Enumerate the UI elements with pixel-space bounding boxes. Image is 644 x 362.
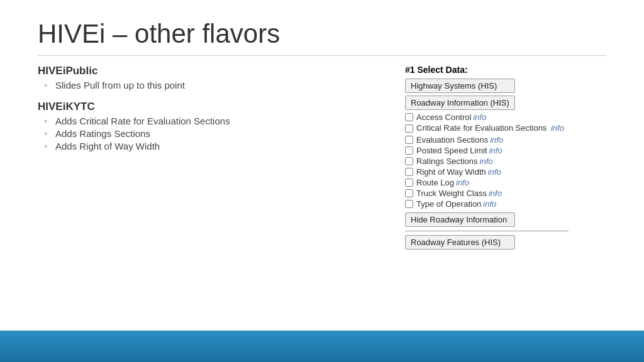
checkbox-group: Access Control info Critical Rate for Ev… xyxy=(405,112,606,209)
checkbox-label: Ratings Sections xyxy=(416,156,478,166)
checkbox-label: Evaluation Sections xyxy=(416,135,488,145)
checkbox-critical-rate[interactable] xyxy=(405,124,413,133)
checkbox-row-evaluation-sections: Evaluation Sections info xyxy=(405,135,606,145)
section1-heading: HIVEiPublic xyxy=(38,65,380,77)
checkbox-route-log[interactable] xyxy=(405,178,413,187)
checkbox-evaluation-sections[interactable] xyxy=(405,136,413,144)
highway-systems-button[interactable]: Highway Systems (HIS) xyxy=(405,79,515,93)
info-link-ratings-sections[interactable]: info xyxy=(480,156,493,166)
info-link-truck-weight[interactable]: info xyxy=(489,189,502,198)
checkbox-access-control[interactable] xyxy=(405,113,413,121)
checkbox-ratings-sections[interactable] xyxy=(405,157,413,165)
checkbox-label: Posted Speed Limit xyxy=(416,146,487,155)
checkbox-right-of-way[interactable] xyxy=(405,168,413,176)
info-link-evaluation-sections[interactable]: info xyxy=(490,135,503,145)
info-link-critical-rate[interactable]: info xyxy=(551,123,564,133)
checkbox-row-posted-speed: Posted Speed Limit info xyxy=(405,146,606,155)
checkbox-row-ratings-sections: Ratings Sections info xyxy=(405,156,606,166)
info-link-access-control[interactable]: info xyxy=(473,112,486,122)
info-link-type-of-operation[interactable]: info xyxy=(483,199,496,209)
checkbox-row-critical-rate: Critical Rate for Evaluation Sections in… xyxy=(405,123,606,134)
left-column: HIVEiPublic Slides Pull from up to this … xyxy=(38,65,380,252)
right-column: #1 Select Data: Highway Systems (HIS) Ro… xyxy=(405,65,606,252)
slide-title: HIVEi – other flavors xyxy=(38,19,606,56)
checkbox-row-right-of-way: Right of Way Width info xyxy=(405,167,606,177)
info-link-route-log[interactable]: info xyxy=(456,178,469,187)
checkbox-label: Access Control xyxy=(416,112,471,122)
checkbox-row-type-of-operation: Type of Operation info xyxy=(405,199,606,209)
section2-bullets: Adds Critical Rate for Evaluation Sectio… xyxy=(38,116,380,151)
roadway-information-button[interactable]: Roadway Information (HIS) xyxy=(405,96,515,110)
bullet-item: Adds Right of Way Width xyxy=(44,141,380,151)
checkbox-row-access-control: Access Control info xyxy=(405,112,606,122)
bullet-item: Adds Ratings Sections xyxy=(44,128,380,139)
checkbox-label: Type of Operation xyxy=(416,199,481,209)
checkbox-label: Truck Weight Class xyxy=(416,189,487,198)
checkbox-row-truck-weight: Truck Weight Class info xyxy=(405,189,606,198)
checkbox-posted-speed[interactable] xyxy=(405,146,413,155)
checkbox-label: Right of Way Width xyxy=(416,167,486,177)
bullet-item: Slides Pull from up to this point xyxy=(44,80,380,90)
info-link-posted-speed[interactable]: info xyxy=(489,146,502,155)
bottom-bar xyxy=(0,331,644,362)
bullet-item: Adds Critical Rate for Evaluation Sectio… xyxy=(44,116,380,126)
section2-heading: HIVEiKYTC xyxy=(38,101,380,113)
hide-roadway-information-button[interactable]: Hide Roadway Information xyxy=(405,212,515,227)
roadway-features-button[interactable]: Roadway Features (HIS) xyxy=(405,235,515,250)
divider xyxy=(405,231,569,231)
checkbox-truck-weight[interactable] xyxy=(405,189,413,197)
info-link-right-of-way[interactable]: info xyxy=(488,167,501,177)
checkbox-label: Critical Rate for Evaluation Sections in… xyxy=(416,123,564,134)
checkbox-row-route-log: Route Log info xyxy=(405,178,606,187)
checkbox-type-of-operation[interactable] xyxy=(405,200,413,208)
select-data-label: #1 Select Data: xyxy=(405,65,606,75)
section1-bullets: Slides Pull from up to this point xyxy=(38,80,380,90)
checkbox-label: Route Log xyxy=(416,178,454,187)
